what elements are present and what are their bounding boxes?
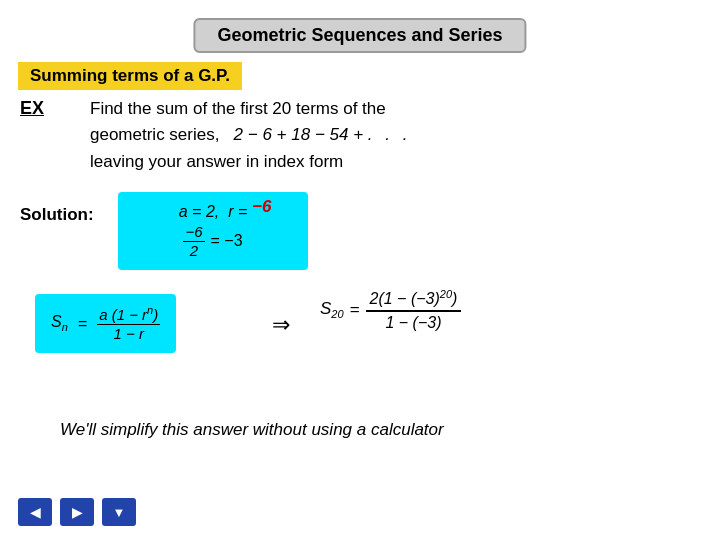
r-fraction-row: −6 2 = −3 bbox=[183, 223, 242, 260]
sn-formula-box: Sn = a (1 − rn) 1 − r bbox=[35, 294, 176, 353]
series-expression: 2 − 6 + 18 − 54 + . . . bbox=[234, 122, 412, 148]
back-button[interactable]: ◀ bbox=[18, 498, 52, 526]
sn-label: Sn bbox=[51, 313, 68, 333]
s20-formula-box: S20 = 2(1 − (−3)20) 1 − (−3) bbox=[320, 286, 461, 334]
problem-line1: Find the sum of the first 20 terms of th… bbox=[90, 96, 411, 122]
s20-label: S20 bbox=[320, 299, 344, 320]
solution-values-box: a = 2, r = −6 2 = −3 bbox=[118, 192, 308, 270]
r-numerator: −6 bbox=[183, 223, 204, 242]
page: Geometric Sequences and Series Summing t… bbox=[0, 0, 720, 540]
problem-line2: geometric series, 2 − 6 + 18 − 54 + . . … bbox=[90, 122, 411, 148]
s20-inner: S20 = 2(1 − (−3)20) 1 − (−3) bbox=[320, 286, 461, 334]
forward-button[interactable]: ▶ bbox=[60, 498, 94, 526]
sn-denominator: 1 − r bbox=[111, 325, 145, 343]
ellipsis: . . . bbox=[368, 122, 412, 148]
solution-label: Solution: bbox=[20, 205, 94, 225]
sn-formula: Sn = a (1 − rn) 1 − r bbox=[51, 304, 160, 343]
forward-icon: ▶ bbox=[72, 504, 83, 520]
red-neg6-overlay: −6 bbox=[252, 197, 271, 217]
sn-numerator: a (1 − rn) bbox=[97, 304, 160, 325]
implies-arrow: ⇒ bbox=[272, 312, 290, 338]
title-box: Geometric Sequences and Series bbox=[193, 18, 526, 53]
s20-equals: = bbox=[350, 300, 360, 320]
problem-text: Find the sum of the first 20 terms of th… bbox=[90, 96, 411, 175]
subtitle-box: Summing terms of a G.P. bbox=[18, 62, 242, 90]
s20-numerator: 2(1 − (−3)20) bbox=[366, 286, 462, 312]
s20-denominator: 1 − (−3) bbox=[381, 312, 445, 334]
r-denominator: 2 bbox=[188, 242, 200, 260]
s20-fraction: 2(1 − (−3)20) 1 − (−3) bbox=[366, 286, 462, 334]
nav-buttons: ◀ ▶ ▼ bbox=[18, 498, 136, 526]
sn-fraction: a (1 − rn) 1 − r bbox=[97, 304, 160, 343]
down-button[interactable]: ▼ bbox=[102, 498, 136, 526]
title-text: Geometric Sequences and Series bbox=[217, 25, 502, 45]
a-value: a = 2, r = bbox=[179, 203, 248, 221]
sn-equals: = bbox=[78, 315, 87, 333]
problem-line3: leaving your answer in index form bbox=[90, 149, 411, 175]
r-result: = −3 bbox=[211, 232, 243, 250]
ex-label: EX bbox=[20, 98, 44, 119]
back-icon: ◀ bbox=[30, 504, 41, 520]
a-value-row: a = 2, r = bbox=[179, 203, 248, 221]
r-fraction: −6 2 bbox=[183, 223, 204, 260]
down-icon: ▼ bbox=[113, 505, 126, 520]
simplify-text: We'll simplify this answer without using… bbox=[60, 420, 444, 440]
subtitle-text: Summing terms of a G.P. bbox=[30, 66, 230, 85]
